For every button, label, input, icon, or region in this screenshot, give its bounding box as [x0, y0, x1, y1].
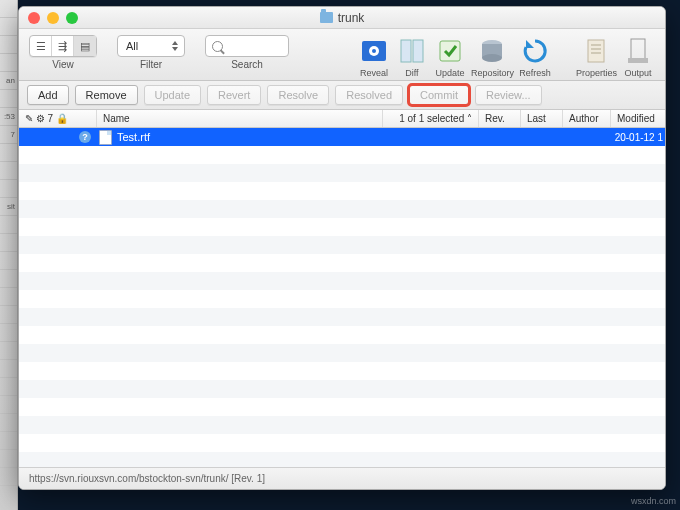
- action-button-row: Add Remove Update Revert Resolve Resolve…: [19, 81, 665, 110]
- search-icon: [212, 41, 223, 52]
- col-selected[interactable]: 1 of 1 selected ˄: [383, 110, 479, 127]
- status-bar: https://svn.riouxsvn.com/bstockton-svn/t…: [19, 467, 665, 489]
- svg-rect-4: [413, 40, 423, 62]
- app-window: trunk ☰ ⇶ ▤ View All Filter Search Revea…: [18, 6, 666, 490]
- view-tree-icon[interactable]: ⇶: [52, 36, 74, 56]
- window-title: trunk: [19, 11, 665, 25]
- folder-icon: [320, 12, 333, 23]
- col-modified[interactable]: Modified: [611, 110, 665, 127]
- search-input[interactable]: [205, 35, 289, 57]
- properties-button[interactable]: Properties: [576, 35, 617, 78]
- col-rev[interactable]: Rev.: [479, 110, 521, 127]
- update-icon: [435, 36, 465, 66]
- output-button[interactable]: Output: [621, 35, 655, 78]
- modified-date: 20-01-12 1: [611, 132, 665, 143]
- update-button[interactable]: Update: [433, 35, 467, 78]
- table-row[interactable]: ? Test.rtf 20-01-12 1: [19, 128, 665, 146]
- resolved-button[interactable]: Resolved: [335, 85, 403, 105]
- svg-point-8: [482, 54, 502, 62]
- view-mode-segment[interactable]: ☰ ⇶ ▤: [29, 35, 97, 57]
- remove-button[interactable]: Remove: [75, 85, 138, 105]
- repository-icon: [477, 36, 507, 66]
- svg-rect-9: [588, 40, 604, 62]
- output-icon: [623, 36, 653, 66]
- reveal-icon: [359, 36, 389, 66]
- view-flat-icon[interactable]: ☰: [30, 36, 52, 56]
- toolbar: ☰ ⇶ ▤ View All Filter Search Reveal Diff: [19, 29, 665, 81]
- background-sheet: an :537 sit: [0, 0, 18, 510]
- column-header[interactable]: ✎ ⚙ 7 🔒 Name 1 of 1 selected ˄ Rev. Last…: [19, 110, 665, 128]
- update-action-button[interactable]: Update: [144, 85, 201, 105]
- properties-icon: [581, 36, 611, 66]
- refresh-button[interactable]: Refresh: [518, 35, 552, 78]
- svg-rect-3: [401, 40, 411, 62]
- col-author[interactable]: Author: [563, 110, 611, 127]
- repository-button[interactable]: Repository: [471, 35, 514, 78]
- add-button[interactable]: Add: [27, 85, 69, 105]
- col-name[interactable]: Name: [97, 110, 383, 127]
- filter-select[interactable]: All: [117, 35, 185, 57]
- resolve-button[interactable]: Resolve: [267, 85, 329, 105]
- view-label: View: [52, 59, 74, 70]
- file-list[interactable]: ? Test.rtf 20-01-12 1: [19, 128, 665, 467]
- view-column-icon[interactable]: ▤: [74, 36, 96, 56]
- svg-point-2: [372, 49, 376, 53]
- diff-icon: [397, 36, 427, 66]
- refresh-icon: [520, 36, 550, 66]
- filter-label: Filter: [140, 59, 162, 70]
- commit-button[interactable]: Commit: [409, 85, 469, 105]
- status-unknown-icon: ?: [79, 131, 91, 143]
- svg-rect-14: [628, 58, 648, 63]
- status-text: https://svn.riouxsvn.com/bstockton-svn/t…: [29, 473, 265, 484]
- review-button[interactable]: Review...: [475, 85, 542, 105]
- col-flags[interactable]: ✎ ⚙ 7 🔒: [19, 110, 97, 127]
- col-last[interactable]: Last: [521, 110, 563, 127]
- watermark: wsxdn.com: [631, 496, 676, 506]
- file-icon: [99, 130, 112, 145]
- svg-rect-5: [440, 41, 460, 61]
- reveal-button[interactable]: Reveal: [357, 35, 391, 78]
- search-label: Search: [231, 59, 263, 70]
- file-name: Test.rtf: [117, 131, 150, 143]
- revert-button[interactable]: Revert: [207, 85, 261, 105]
- diff-button[interactable]: Diff: [395, 35, 429, 78]
- svg-rect-13: [631, 39, 645, 59]
- titlebar[interactable]: trunk: [19, 7, 665, 29]
